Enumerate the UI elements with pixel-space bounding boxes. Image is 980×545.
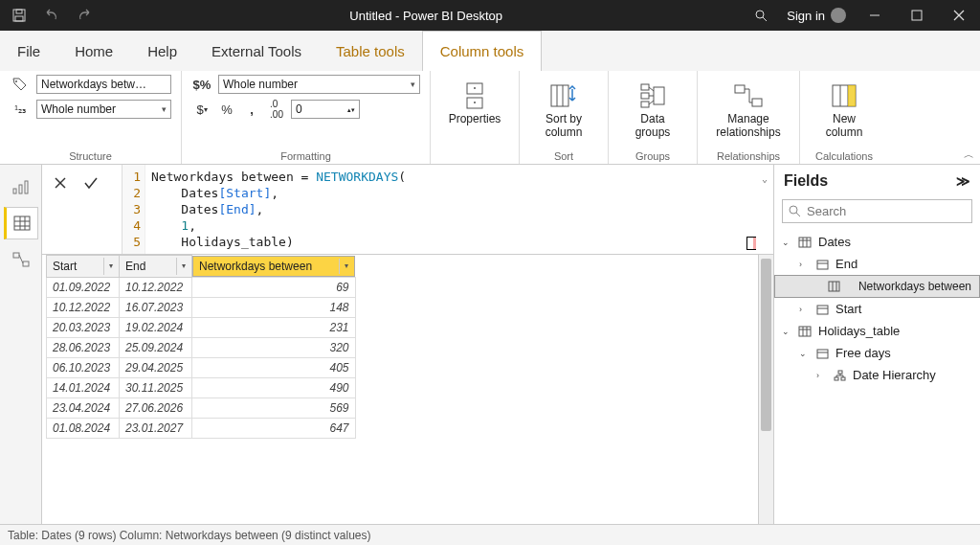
- svg-rect-33: [14, 216, 30, 230]
- svg-rect-30: [13, 189, 16, 193]
- svg-line-40: [19, 255, 23, 263]
- table-row[interactable]: 14.01.202430.11.2025490: [47, 377, 356, 397]
- search-icon: [789, 205, 801, 217]
- properties-button[interactable]: Properties: [440, 75, 509, 126]
- view-switcher: [0, 165, 42, 524]
- manage-relationships-button[interactable]: Manage relationships: [707, 75, 790, 140]
- report-view-button[interactable]: [4, 170, 38, 203]
- svg-rect-20: [654, 87, 664, 104]
- cancel-formula-button[interactable]: [46, 170, 75, 195]
- properties-icon: [457, 79, 492, 113]
- field-freedays[interactable]: ⌄Free days: [774, 342, 980, 364]
- datatype-select[interactable]: Whole number▾: [36, 100, 171, 119]
- model-view-button[interactable]: [4, 243, 38, 276]
- sort-by-column-button[interactable]: Sort by column: [529, 75, 598, 140]
- svg-rect-64: [841, 377, 845, 380]
- sign-in-button[interactable]: Sign in: [787, 8, 846, 23]
- svg-rect-54: [817, 306, 828, 314]
- menu-column-tools[interactable]: Column tools: [422, 31, 543, 71]
- svg-rect-62: [838, 371, 842, 374]
- save-icon[interactable]: [6, 2, 33, 29]
- collapse-ribbon-button[interactable]: ︿: [964, 148, 974, 162]
- menu-home[interactable]: Home: [57, 31, 130, 71]
- format-select[interactable]: Whole number▾: [218, 75, 420, 94]
- thousands-button[interactable]: ,: [241, 101, 262, 118]
- redo-icon[interactable]: [71, 2, 98, 29]
- new-column-button[interactable]: New column: [810, 75, 879, 140]
- svg-rect-31: [19, 185, 22, 193]
- field-end[interactable]: ›End: [774, 253, 980, 275]
- menu-file[interactable]: File: [0, 31, 57, 71]
- menu-table-tools[interactable]: Table tools: [319, 31, 422, 71]
- field-networkdays[interactable]: Networkdays between: [774, 275, 980, 298]
- svg-rect-2: [15, 16, 23, 21]
- svg-rect-39: [23, 261, 29, 266]
- table-row[interactable]: 10.12.202216.07.2023148: [47, 297, 356, 317]
- filter-start-button[interactable]: ▾: [103, 258, 117, 275]
- svg-rect-14: [551, 85, 568, 106]
- fields-search-input[interactable]: Search: [782, 199, 972, 223]
- column-name-input[interactable]: Networkdays betw…: [36, 75, 171, 94]
- column-header-networkdays[interactable]: Networkdays between▾: [192, 256, 355, 277]
- data-view-button[interactable]: [4, 207, 38, 239]
- column-header-start[interactable]: Start▾: [47, 256, 120, 278]
- calculated-column-icon: [826, 280, 841, 293]
- vertical-scrollbar[interactable]: [758, 255, 773, 524]
- group-calculations-label: Calculations: [810, 148, 879, 162]
- field-start[interactable]: ›Start: [774, 298, 980, 320]
- svg-rect-24: [735, 85, 745, 93]
- field-date-hierarchy[interactable]: ›Date Hierarchy: [774, 364, 980, 386]
- svg-rect-29: [848, 85, 856, 106]
- undo-icon[interactable]: [38, 2, 65, 29]
- decimals-stepper[interactable]: 0▴▾: [291, 100, 360, 119]
- decimal-format-button[interactable]: .0.00: [266, 101, 287, 118]
- fields-title: Fields: [784, 172, 828, 190]
- formula-editor[interactable]: Networkdays between = NETWORKDAYS( Dates…: [145, 165, 773, 254]
- menu-external-tools[interactable]: External Tools: [194, 31, 319, 71]
- svg-line-21: [649, 87, 654, 91]
- currency-button[interactable]: $▾: [191, 101, 212, 118]
- table-row[interactable]: 01.08.202423.01.2027647: [47, 418, 356, 438]
- table-row[interactable]: 01.09.202210.12.202269: [47, 277, 356, 297]
- maximize-button[interactable]: [896, 0, 938, 31]
- menu-bar: File Home Help External Tools Table tool…: [0, 31, 980, 71]
- table-dates[interactable]: ⌄Dates: [774, 231, 980, 253]
- table-row[interactable]: 23.04.202427.06.2026569: [47, 397, 356, 418]
- menu-help[interactable]: Help: [130, 31, 194, 71]
- search-icon[interactable]: [754, 9, 787, 22]
- close-button[interactable]: [938, 0, 980, 31]
- minimize-button[interactable]: [854, 0, 896, 31]
- svg-rect-18: [641, 93, 649, 99]
- svg-point-9: [15, 80, 17, 82]
- svg-rect-45: [799, 238, 811, 247]
- table-holidays[interactable]: ⌄Holidays_table: [774, 320, 980, 342]
- commit-formula-button[interactable]: [77, 170, 105, 195]
- sort-icon: [546, 79, 581, 113]
- percent-button[interactable]: %: [216, 101, 237, 118]
- svg-line-23: [649, 101, 654, 104]
- group-sort-label: Sort: [529, 148, 598, 162]
- table-icon: [797, 325, 813, 338]
- hierarchy-icon: [832, 369, 847, 382]
- expand-formula-button[interactable]: ⌄: [762, 170, 768, 187]
- group-formatting-label: Formatting: [191, 148, 420, 162]
- table-row[interactable]: 28.06.202325.09.2024320: [47, 337, 356, 357]
- table-row[interactable]: 06.10.202329.04.2025405: [47, 357, 356, 377]
- filter-nw-button[interactable]: ▾: [339, 259, 352, 274]
- svg-rect-6: [912, 11, 922, 20]
- format-icon: $%: [191, 76, 212, 93]
- status-bar: Table: Dates (9 rows) Column: Networkday…: [0, 524, 980, 545]
- formula-bar: 12345 Networkdays between = NETWORKDAYS(…: [42, 165, 773, 255]
- collapse-fields-button[interactable]: ≫: [956, 173, 970, 189]
- svg-rect-63: [835, 377, 838, 380]
- column-header-end[interactable]: End▾: [120, 256, 192, 278]
- data-groups-button[interactable]: Data groups: [618, 75, 687, 140]
- svg-rect-49: [817, 261, 828, 269]
- table-row[interactable]: 20.03.202319.02.2024231: [47, 317, 356, 337]
- relationships-icon: [731, 79, 766, 113]
- svg-rect-19: [641, 102, 649, 107]
- svg-rect-1: [16, 10, 22, 13]
- filter-end-button[interactable]: ▾: [176, 258, 189, 275]
- calendar-icon: [814, 303, 830, 316]
- group-relationships-label: Relationships: [707, 148, 790, 162]
